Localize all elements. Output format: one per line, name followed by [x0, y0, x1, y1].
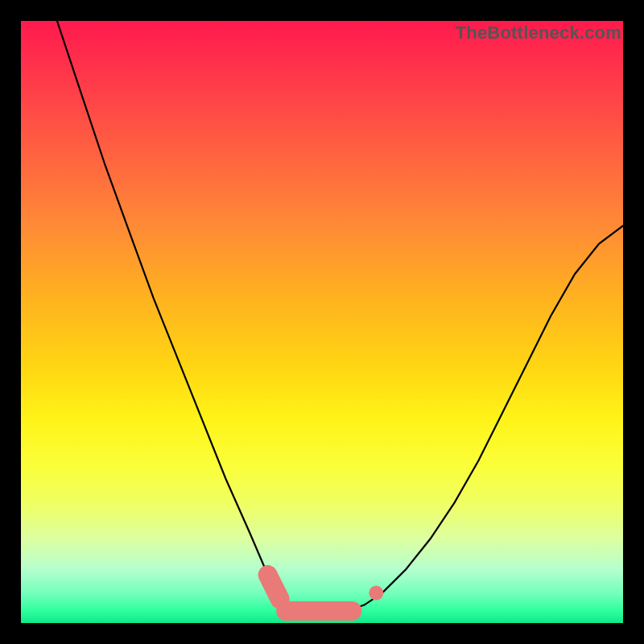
- chart-frame: TheBottleneck.com: [0, 0, 644, 644]
- chart-svg: [21, 21, 623, 623]
- marker-capsule: [268, 575, 280, 599]
- marker-dot: [369, 586, 383, 601]
- markers-group: [268, 575, 384, 611]
- bottleneck-curve: [57, 21, 623, 611]
- watermark-text: TheBottleneck.com: [456, 23, 621, 43]
